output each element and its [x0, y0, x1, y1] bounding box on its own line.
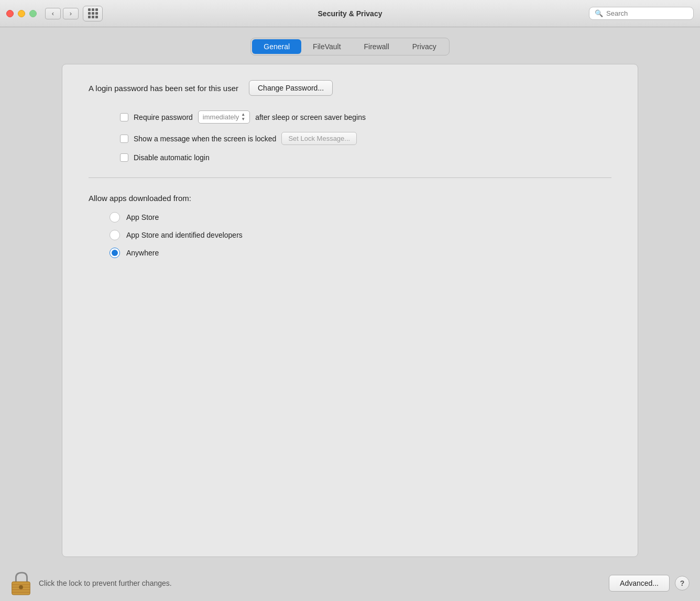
show-message-checkbox[interactable]	[120, 135, 128, 143]
bottom-right: Advanced... ?	[609, 575, 690, 592]
tab-filevault[interactable]: FileVault	[301, 39, 352, 54]
require-password-row: Require password immediately ▲ ▼ after s…	[120, 110, 611, 124]
grid-icon	[88, 8, 98, 18]
disable-autologin-row: Disable automatic login	[120, 153, 611, 162]
anywhere-label: Anywhere	[126, 249, 159, 257]
search-box[interactable]: 🔍	[589, 7, 694, 20]
main-content: General FileVault Firewall Privacy A log…	[0, 27, 700, 565]
svg-point-5	[19, 585, 23, 589]
lock-icon[interactable]	[10, 571, 31, 596]
search-icon: 🔍	[595, 9, 603, 17]
forward-button[interactable]: ›	[63, 8, 79, 19]
disable-autologin-label: Disable automatic login	[134, 153, 210, 162]
content-panel: A login password has been set for this u…	[62, 64, 638, 557]
tab-general[interactable]: General	[252, 39, 301, 54]
radio-app-store-identified[interactable]: App Store and identified developers	[110, 230, 611, 240]
bottom-bar: Click the lock to prevent further change…	[0, 565, 700, 601]
tab-privacy[interactable]: Privacy	[401, 39, 448, 54]
allow-apps-label: Allow apps downloaded from:	[89, 194, 611, 203]
radio-anywhere-selected-indicator	[112, 250, 118, 256]
lock-area: Click the lock to prevent further change…	[10, 571, 600, 596]
section-divider	[89, 177, 611, 178]
minimize-button[interactable]	[18, 10, 25, 17]
set-lock-message-button[interactable]: Set Lock Message...	[281, 132, 357, 145]
require-password-checkbox[interactable]	[120, 113, 128, 121]
after-sleep-label: after sleep or screen saver begins	[255, 113, 366, 121]
tab-bar: General FileVault Firewall Privacy	[250, 38, 449, 55]
show-message-row: Show a message when the screen is locked…	[120, 132, 611, 145]
radio-app-store[interactable]: App Store	[110, 212, 611, 222]
radio-group: App Store App Store and identified devel…	[110, 212, 611, 258]
back-button[interactable]: ‹	[45, 8, 61, 19]
help-button[interactable]: ?	[675, 576, 690, 591]
titlebar: ‹ › Security & Privacy 🔍	[0, 0, 700, 27]
radio-app-store-identified-button[interactable]	[110, 230, 120, 240]
radio-app-store-button[interactable]	[110, 212, 120, 222]
immediately-value: immediately	[203, 113, 239, 121]
password-label: A login password has been set for this u…	[89, 84, 238, 93]
close-button[interactable]	[6, 10, 14, 17]
change-password-button[interactable]: Change Password...	[249, 80, 333, 96]
dropdown-arrows-icon: ▲ ▼	[241, 113, 245, 121]
app-store-identified-label: App Store and identified developers	[126, 231, 243, 239]
password-row: A login password has been set for this u…	[89, 80, 611, 96]
maximize-button[interactable]	[29, 10, 37, 17]
tab-firewall[interactable]: Firewall	[353, 39, 401, 54]
disable-autologin-checkbox[interactable]	[120, 153, 128, 162]
show-message-label: Show a message when the screen is locked	[134, 135, 276, 143]
window-title: Security & Privacy	[318, 9, 382, 18]
app-store-label: App Store	[126, 213, 159, 221]
radio-anywhere[interactable]: Anywhere	[110, 248, 611, 258]
traffic-lights	[6, 10, 37, 17]
nav-buttons: ‹ ›	[45, 8, 79, 19]
grid-button[interactable]	[83, 6, 103, 21]
search-input[interactable]	[606, 9, 688, 17]
lock-text: Click the lock to prevent further change…	[39, 579, 172, 587]
advanced-button[interactable]: Advanced...	[609, 575, 670, 592]
immediately-dropdown[interactable]: immediately ▲ ▼	[198, 110, 250, 124]
require-password-label: Require password	[134, 113, 193, 121]
radio-anywhere-button[interactable]	[110, 248, 120, 258]
